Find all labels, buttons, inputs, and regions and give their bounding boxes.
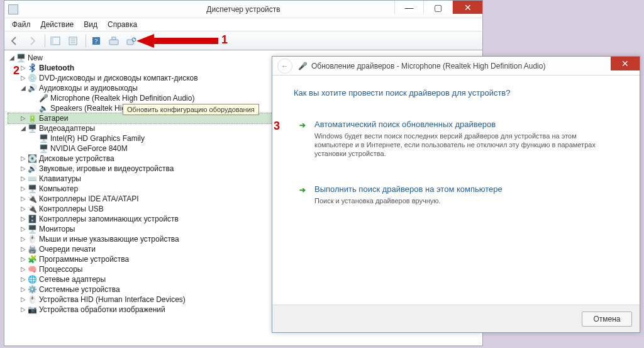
microphone-icon: 🎤 [38, 93, 48, 103]
svg-marker-12 [136, 34, 218, 48]
minimize-button[interactable]: — [394, 1, 423, 14]
cancel-button[interactable]: Отмена [582, 312, 632, 327]
computer-icon: 🖥️ [27, 184, 37, 194]
option-auto-search[interactable]: ➔ Автоматический поиск обновленных драйв… [294, 113, 618, 166]
tree-label: Видеоадаптеры [39, 123, 95, 133]
bluetooth-icon [27, 63, 37, 73]
wizard-footer: Отмена [272, 305, 640, 332]
annotation-number-1: 1 [221, 33, 228, 47]
toolbar-tooltip: Обновить конфигурацию оборудования [123, 104, 259, 115]
gpu-icon: 🖥️ [38, 143, 48, 154]
option-browse-computer[interactable]: ➔ Выполнить поиск драйверов на этом комп… [294, 177, 618, 213]
keyboard-icon: ⌨️ [27, 174, 37, 184]
tree-label: Дисковые устройства [39, 154, 114, 164]
mouse-icon: 🖱️ [27, 234, 37, 244]
annotation-number-3: 3 [274, 120, 280, 133]
tree-label: Устройства HID (Human Interface Devices) [39, 295, 186, 305]
disk-icon: 💽 [27, 154, 37, 164]
imaging-icon: 📷 [27, 305, 37, 315]
system-icon: ⚙️ [27, 284, 37, 295]
device-icon: 🎤 [297, 61, 308, 71]
option-description: Поиск и установка драйверов вручную. [314, 196, 610, 205]
tree-label: Процессоры [39, 264, 83, 274]
tree-label: Intel(R) HD Graphics Family [50, 133, 145, 143]
usb-icon: 🔌 [27, 204, 37, 214]
wizard-titlebar[interactable]: ← 🎤 Обновление драйверов - Microphone (R… [272, 57, 640, 76]
tree-label: NVIDIA GeForce 840M [50, 143, 128, 154]
tree-label: Аудиовходы и аудиовыходы [39, 83, 138, 93]
back-button[interactable] [7, 33, 22, 48]
sound-icon: 🔊 [27, 164, 37, 174]
show-hide-tree-button[interactable] [48, 33, 63, 48]
forward-button[interactable] [25, 33, 40, 48]
arrow-right-icon: ➔ [299, 186, 306, 194]
wizard-question: Как вы хотите провести поиск драйверов д… [294, 88, 618, 98]
software-device-icon: 🧩 [27, 254, 37, 264]
menu-action[interactable]: Действие [36, 19, 79, 30]
scan-hardware-button[interactable] [106, 33, 121, 48]
annotation-arrow-icon [136, 33, 218, 49]
option-description: Windows будет вести поиск последних верс… [314, 132, 610, 158]
disc-icon: 💿 [27, 73, 37, 83]
toolbar-separator [45, 35, 45, 47]
svg-rect-9 [112, 37, 116, 40]
window-icon [8, 4, 18, 14]
svg-rect-1 [51, 37, 53, 45]
tree-label: Bluetooth [39, 63, 74, 73]
toolbar: ? 1 [4, 31, 483, 50]
wizard-title: Обновление драйверов - Microphone (Realt… [311, 62, 545, 70]
tree-label: New [28, 53, 43, 63]
display-adapter-icon: 🖥️ [27, 123, 37, 133]
window-controls: — ▢ ✕ [394, 1, 482, 14]
menu-bar: Файл Действие Вид Справка [4, 18, 483, 31]
tree-label: Мониторы [39, 224, 75, 234]
tree-label: Контроллеры запоминающих устройств [39, 214, 179, 224]
tree-label: Очереди печати [39, 244, 96, 254]
hid-icon: 🖱️ [27, 295, 37, 305]
properties-icon[interactable] [65, 33, 80, 48]
menu-help[interactable]: Справка [103, 19, 142, 30]
tree-label: Мыши и иные указывающие устройства [39, 234, 179, 244]
printer-icon: 🖨️ [27, 244, 37, 254]
wizard-body: Как вы хотите провести поиск драйверов д… [272, 76, 640, 302]
tree-label: Батареи [39, 113, 68, 123]
dm-titlebar[interactable]: Диспетчер устройств — ▢ ✕ [4, 0, 483, 18]
computer-icon: 🖥️ [16, 53, 26, 63]
option-heading: Автоматический поиск обновленных драйвер… [314, 120, 610, 129]
arrow-right-icon: ➔ [299, 121, 306, 130]
svg-text:?: ? [95, 37, 98, 45]
close-button[interactable]: ✕ [452, 1, 482, 14]
window-title: Диспетчер устройств [206, 5, 280, 14]
update-driver-dialog: ← 🎤 Обновление драйверов - Microphone (R… [272, 56, 640, 333]
storage-icon: 🗄️ [27, 214, 37, 224]
tree-label: Контроллеры USB [39, 204, 104, 214]
tree-label: Звуковые, игровые и видеоустройства [39, 164, 174, 174]
audio-icon: 🔊 [27, 83, 37, 93]
maximize-button[interactable]: ▢ [423, 1, 452, 14]
close-button[interactable]: ✕ [611, 57, 640, 70]
battery-icon: 🔋 [27, 113, 37, 123]
menu-view[interactable]: Вид [79, 19, 103, 30]
tree-label: Контроллеры IDE ATA/ATAPI [39, 194, 139, 204]
back-button[interactable]: ← [277, 59, 292, 74]
option-heading: Выполнить поиск драйверов на этом компью… [314, 184, 610, 194]
controller-icon: 🔌 [27, 194, 37, 204]
gpu-icon: 🖥️ [38, 133, 48, 143]
tree-label: Компьютер [39, 184, 78, 194]
tree-label: Системные устройства [39, 284, 120, 295]
menu-file[interactable]: Файл [7, 19, 36, 30]
tree-label: Microphone (Realtek High Definition Audi… [50, 93, 194, 103]
toolbar-separator [86, 35, 86, 47]
tree-label: Программные устройства [39, 254, 129, 264]
svg-rect-8 [109, 40, 118, 45]
tree-label: Сетевые адаптеры [39, 274, 106, 284]
network-icon: 🌐 [27, 274, 37, 284]
tree-label: DVD-дисководы и дисководы компакт-дисков [39, 73, 198, 83]
tree-label: Клавиатуры [39, 174, 81, 184]
tree-label: Устройства обработки изображений [39, 305, 165, 315]
help-button[interactable]: ? [89, 33, 104, 48]
speaker-icon: 🔈 [38, 103, 48, 113]
cpu-icon: 🧠 [27, 264, 37, 274]
monitor-icon: 🖥️ [27, 224, 37, 234]
